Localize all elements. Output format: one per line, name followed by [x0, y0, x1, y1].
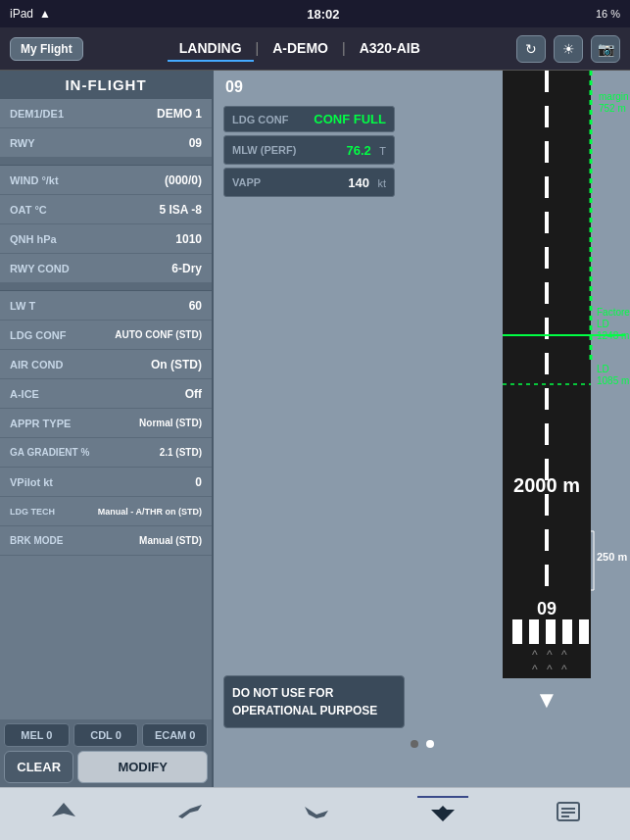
time-label: 18:02 — [307, 7, 339, 22]
nav-item-5[interactable] — [544, 797, 593, 832]
svg-text:^: ^ — [561, 663, 567, 676]
mel-button[interactable]: MEL 0 — [4, 723, 70, 747]
right-panel: 09 LDG CONF CONF FULL MLW (PERF) 76.2 T … — [214, 71, 630, 787]
left-panel: IN-FLIGHT DEM1/DE1 DEMO 1 RWY 09 WIND °/… — [0, 71, 214, 787]
header-icons: ↻ ☀ 📷 — [516, 35, 620, 63]
ldg-tech-label: LDG TECH — [10, 507, 55, 517]
appr-type-value: Normal (STD) — [139, 418, 202, 428]
nav-ademo[interactable]: A-DEMO — [261, 36, 340, 62]
air-cond-label: AIR COND — [10, 359, 63, 371]
vapp-value-group: 140 kt — [348, 173, 386, 191]
lw-value: 60 — [189, 299, 202, 313]
status-bar-right: 16 % — [596, 8, 620, 20]
main-content: IN-FLIGHT DEM1/DE1 DEMO 1 RWY 09 WIND °/… — [0, 71, 630, 787]
mel-row: MEL 0 CDL 0 ECAM 0 — [4, 723, 208, 747]
header: My Flight LANDING | A-DEMO | A320-AIB ↻ … — [0, 27, 630, 71]
nav-item-3[interactable] — [291, 797, 342, 832]
nav-sep2: | — [342, 36, 346, 62]
nav-icon-4 — [429, 802, 457, 829]
row-oat: OAT °C 5 ISA -8 — [0, 195, 212, 224]
action-row: CLEAR MODIFY — [4, 751, 208, 783]
svg-text:1248 m: 1248 m — [597, 330, 629, 341]
nav-item-2[interactable] — [165, 797, 216, 832]
row-appr-type: APPR TYPE Normal (STD) — [0, 409, 212, 438]
vpilot-label: VPilot kt — [10, 476, 53, 488]
battery-label: 16 % — [596, 8, 620, 20]
vpilot-value: 0 — [195, 475, 202, 489]
dot-2 — [426, 740, 434, 748]
svg-rect-6 — [512, 619, 522, 644]
info-card-ldg-conf: LDG CONF CONF FULL — [223, 106, 395, 132]
rwy-cond-label: RWY COND — [10, 263, 70, 274]
nav-icon-3 — [303, 801, 330, 828]
runway-id-label: 09 — [225, 78, 243, 96]
clear-button[interactable]: CLEAR — [4, 751, 73, 783]
rwy-cond-value: 6-Dry — [171, 262, 202, 275]
brk-mode-label: BRK MODE — [10, 535, 63, 546]
wind-value: (000/0) — [165, 173, 202, 187]
my-flight-button[interactable]: My Flight — [10, 37, 83, 61]
mlw-value-group: 76.2 T — [347, 141, 387, 159]
camera-button[interactable]: 📷 — [591, 35, 620, 63]
oat-label: OAT °C — [10, 204, 47, 216]
nav-aircraft[interactable]: A320-AIB — [348, 36, 432, 62]
svg-text:^: ^ — [532, 663, 538, 676]
dot-1 — [411, 740, 418, 748]
ga-gradient-label: GA GRADIENT % — [10, 447, 89, 458]
svg-text:margin: margin — [599, 91, 629, 102]
row-ga-gradient: GA GRADIENT % 2.1 (STD) — [0, 438, 212, 468]
dem1-label: DEM1/DE1 — [10, 108, 64, 120]
brightness-button[interactable]: ☀ — [554, 35, 583, 63]
a-ice-label: A-ICE — [10, 388, 39, 400]
ldg-conf-card-value: CONF FULL — [314, 112, 386, 126]
cdl-button[interactable]: CDL 0 — [73, 723, 139, 747]
row-rwy: RWY 09 — [0, 128, 212, 158]
svg-rect-9 — [562, 619, 572, 644]
appr-type-label: APPR TYPE — [10, 418, 71, 429]
svg-text:^: ^ — [547, 663, 553, 676]
rwy-label: RWY — [10, 137, 34, 149]
modify-button[interactable]: MODIFY — [77, 751, 208, 783]
warning-box: DO NOT USE FOR OPERATIONAL PURPOSE — [223, 675, 405, 728]
nav-icon-5 — [556, 801, 581, 828]
row-vpilot: VPilot kt 0 — [0, 468, 212, 497]
wind-label: WIND °/kt — [10, 174, 59, 186]
runway-visualization: 2000 m 09 ^ ^ ^ ^ ^ ^ ▼ — [463, 71, 630, 738]
left-panel-title: IN-FLIGHT — [0, 71, 212, 99]
ecam-button[interactable]: ECAM 0 — [142, 723, 208, 747]
info-card-vapp: VAPP 140 kt — [223, 168, 395, 197]
dem1-value: DEMO 1 — [157, 107, 202, 121]
ldg-conf-label: LDG CONF — [10, 329, 66, 341]
nav-icon-2 — [176, 801, 204, 828]
header-nav: LANDING | A-DEMO | A320-AIB — [91, 36, 509, 62]
refresh-button[interactable]: ↻ — [516, 35, 546, 63]
info-cards-area: LDG CONF CONF FULL MLW (PERF) 76.2 T VAP… — [214, 100, 405, 203]
mlw-card-unit: T — [379, 145, 386, 157]
svg-text:1085 m: 1085 m — [597, 375, 629, 386]
page-dots — [411, 740, 434, 748]
nav-item-4[interactable] — [417, 796, 468, 833]
svg-rect-10 — [579, 619, 589, 644]
vapp-card-label: VAPP — [232, 176, 261, 188]
carrier-label: iPad — [10, 7, 33, 21]
status-bar-left: iPad ▲ — [10, 7, 51, 21]
svg-text:^: ^ — [532, 648, 538, 662]
air-cond-value: On (STD) — [151, 358, 202, 371]
nav-icon-1 — [50, 801, 77, 828]
svg-text:LD: LD — [597, 364, 609, 374]
svg-text:250 m: 250 m — [597, 551, 627, 563]
separator-2 — [0, 283, 212, 291]
svg-rect-8 — [546, 619, 556, 644]
separator-1 — [0, 158, 212, 166]
vapp-card-value: 140 — [348, 175, 369, 190]
lw-label: LW T — [10, 300, 35, 312]
row-air-cond: AIR COND On (STD) — [0, 350, 212, 379]
data-rows: DEM1/DE1 DEMO 1 RWY 09 WIND °/kt (000/0)… — [0, 99, 212, 719]
row-lw: LW T 60 — [0, 291, 212, 321]
nav-item-1[interactable] — [38, 797, 89, 832]
row-a-ice: A-ICE Off — [0, 379, 212, 409]
svg-text:09: 09 — [537, 599, 557, 618]
nav-landing[interactable]: LANDING — [168, 36, 254, 62]
nav-sep1: | — [256, 36, 260, 62]
row-rwy-cond: RWY COND 6-Dry — [0, 254, 212, 283]
